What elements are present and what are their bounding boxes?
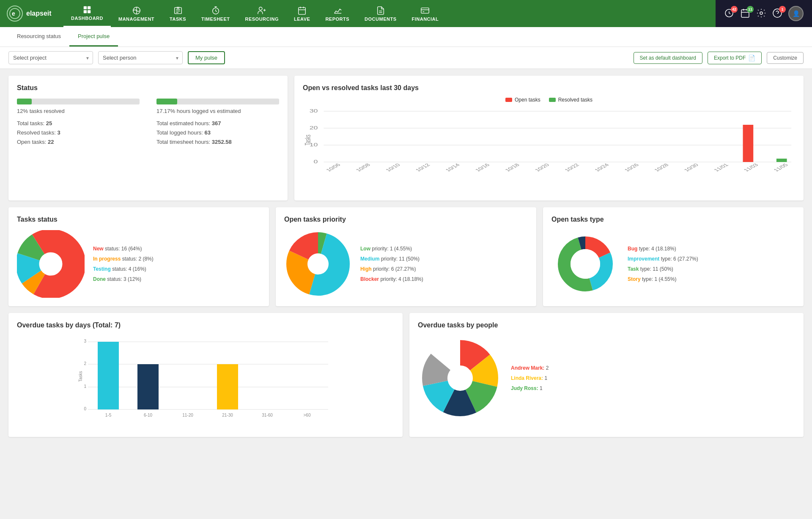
open-tasks-priority-card: Open tasks priority Low priority: 1 (4.5… (276, 207, 536, 306)
svg-rect-24 (421, 8, 429, 13)
svg-text:20: 20 (310, 126, 318, 130)
total-tasks-row: Total tasks: 25 (17, 120, 140, 126)
ovr-chart: 30 20 10 0 Tasks 10/06 10/08 10/10 10/12 (303, 106, 795, 192)
odd-chart: 3 2 1 0 Tasks 1-5 6 (17, 334, 394, 428)
svg-text:10/12: 10/12 (414, 162, 431, 172)
odp-content: Andrew Mark: 2 Linda Rivera: 1 Judy Ross… (418, 336, 795, 420)
svg-point-32 (760, 12, 763, 14)
notification-badge: 42 (731, 6, 738, 13)
total-timesheet-row: Total timesheet hours: 3252.58 (156, 139, 279, 145)
logo[interactable]: e elapseit (0, 0, 63, 27)
avatar[interactable]: 👤 (788, 6, 804, 21)
nav-item-tasks[interactable]: TASKS (162, 0, 194, 27)
bar-21-30 (217, 364, 238, 409)
nav-item-dashboard[interactable]: DASHBOARD (63, 0, 111, 27)
row-3: Overdue tasks by days (Total: 7) 3 2 1 0… (8, 313, 804, 437)
ovr-legend: Open tasks Resolved tasks (303, 97, 795, 103)
svg-text:3: 3 (84, 339, 86, 343)
row-1: Status 12% tasks resolved Total tasks: 2… (8, 76, 804, 200)
ott-title: Open tasks type (551, 216, 795, 223)
legend-open-color (505, 98, 512, 102)
svg-text:11-20: 11-20 (182, 413, 193, 417)
nav-financial-label: FINANCIAL (411, 16, 439, 22)
svg-text:10/18: 10/18 (504, 162, 521, 172)
legend-resolved: Resolved tasks (549, 97, 593, 103)
otp-content: Low priority: 1 (4.55%) Medium priority:… (284, 230, 528, 298)
nav-management-label: MANAGEMENT (118, 16, 154, 22)
svg-text:6-10: 6-10 (144, 413, 152, 417)
export-pdf-btn[interactable]: Export to PDF 📄 (708, 52, 762, 64)
otp-legend: Low priority: 1 (4.55%) Medium priority:… (360, 246, 423, 282)
legend-medium: Medium priority: 11 (50%) (360, 256, 423, 262)
nav-right: 42 11 1 👤 (716, 0, 812, 27)
svg-text:1-5: 1-5 (105, 413, 112, 417)
project-select[interactable]: Select project (8, 51, 93, 64)
legend-new: New status: 16 (64%) (93, 246, 154, 252)
nav-timesheet-label: TIMESHEET (201, 16, 230, 22)
hours-percent: 17.17% hours logged vs estimated (156, 108, 279, 114)
legend-resolved-color (549, 98, 556, 102)
nav-item-management[interactable]: MANAGEMENT (111, 0, 162, 27)
open-tasks-row: Open tasks: 22 (17, 139, 140, 145)
legend-task: Task type: 11 (50%) (628, 266, 698, 272)
customize-btn[interactable]: Customize (767, 52, 804, 64)
settings-btn[interactable] (756, 8, 766, 19)
overdue-days-card: Overdue tasks by days (Total: 7) 3 2 1 0… (8, 313, 403, 437)
status-cols: 12% tasks resolved Total tasks: 25 Resol… (17, 99, 279, 145)
svg-point-72 (571, 249, 600, 279)
svg-text:11/05: 11/05 (772, 162, 789, 172)
svg-text:10/22: 10/22 (563, 162, 581, 172)
type-donut (551, 230, 619, 298)
open-tasks-type-card: Open tasks type Bug type: (543, 207, 804, 306)
nav-item-timesheet[interactable]: TIMESHEET (194, 0, 237, 27)
nav-documents-label: DOCUMENTS (365, 16, 396, 22)
status-col-tasks: 12% tasks resolved Total tasks: 25 Resol… (17, 99, 140, 145)
odp-title: Overdue tasks by people (418, 321, 795, 329)
svg-text:10/10: 10/10 (384, 162, 401, 172)
logo-icon: e (7, 5, 23, 22)
status-col-hours: 17.17% hours logged vs estimated Total e… (156, 99, 279, 145)
svg-text:10/16: 10/16 (474, 162, 491, 172)
main-content: Status 12% tasks resolved Total tasks: 2… (0, 69, 812, 444)
person-select[interactable]: Select person (98, 51, 183, 64)
legend-improvement: Improvement type: 6 (27.27%) (628, 256, 698, 262)
nav-item-reports[interactable]: REPORTS (318, 0, 357, 27)
logo-text: elapseit (26, 10, 52, 17)
svg-text:10/30: 10/30 (683, 162, 700, 172)
overdue-people-card: Overdue tasks by people (409, 313, 804, 437)
svg-text:10/28: 10/28 (653, 162, 670, 172)
svg-text:>60: >60 (304, 413, 311, 417)
nav-item-documents[interactable]: DOCUMENTS (357, 0, 404, 27)
top-nav: e elapseit DASHBOARD MANAGEMENT TASKS TI… (0, 0, 812, 27)
legend-testing: Testing status: 4 (16%) (93, 266, 154, 272)
nav-resourcing-label: RESOURCING (245, 16, 279, 22)
tasks-status-legend: New status: 16 (64%) In progress status:… (93, 246, 154, 282)
open-vs-resolved-card: Open vs resolved tasks last 30 days Open… (294, 76, 804, 200)
tasks-status-pie (17, 230, 85, 298)
my-pulse-btn[interactable]: My pulse (188, 51, 225, 64)
svg-text:0: 0 (313, 159, 318, 164)
nav-item-financial[interactable]: FINANCIAL (404, 0, 446, 27)
filter-bar: Select project ▼ Select person ▼ My puls… (0, 47, 812, 69)
default-dashboard-btn[interactable]: Set as default dashboard (634, 52, 702, 64)
calendar-badge: 11 (747, 6, 754, 13)
nav-leave-label: LEAVE (294, 16, 310, 22)
legend-linda: Linda Rivera: 1 (511, 375, 549, 381)
svg-rect-2 (84, 6, 87, 9)
nav-items: DASHBOARD MANAGEMENT TASKS TIMESHEET RES… (63, 0, 716, 27)
tab-project-pulse[interactable]: Project pulse (69, 27, 118, 47)
svg-rect-3 (88, 6, 91, 9)
legend-blocker: Blocker priority: 4 (18.18%) (360, 276, 423, 282)
odp-legend: Andrew Mark: 2 Linda Rivera: 1 Judy Ross… (511, 365, 549, 391)
tasks-status-title: Tasks status (17, 216, 261, 223)
nav-reports-label: REPORTS (325, 16, 349, 22)
notification-btn[interactable]: 42 (724, 8, 734, 19)
tab-resourcing[interactable]: Resourcing status (8, 27, 69, 47)
calendar-btn[interactable]: 11 (740, 8, 750, 19)
help-btn[interactable]: 1 (772, 8, 782, 19)
help-badge: 1 (779, 6, 786, 13)
svg-text:11/03: 11/03 (742, 162, 760, 172)
otp-title: Open tasks priority (284, 216, 528, 223)
nav-item-resourcing[interactable]: RESOURCING (237, 0, 286, 27)
nav-item-leave[interactable]: LEAVE (286, 0, 318, 27)
